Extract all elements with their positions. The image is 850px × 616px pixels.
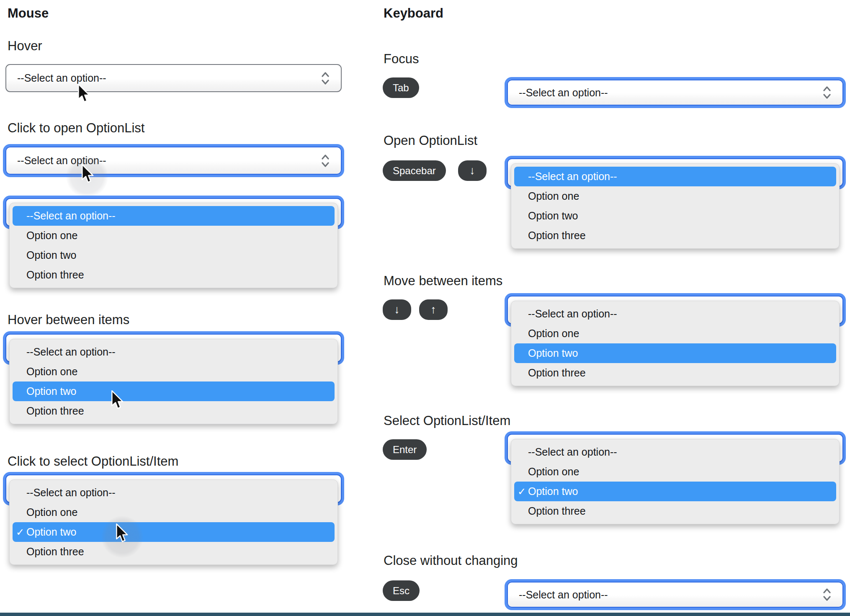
- option-item[interactable]: --Select an option--: [511, 442, 839, 462]
- select-stepper-icon: [822, 587, 832, 602]
- mouse-heading: Mouse: [8, 6, 49, 21]
- mouse-cursor-icon: [110, 390, 124, 410]
- option-item[interactable]: Option three: [511, 363, 839, 383]
- option-item[interactable]: Option one: [511, 186, 839, 206]
- option-item[interactable]: Option three: [10, 265, 337, 285]
- option-item[interactable]: Option two: [514, 343, 836, 363]
- option-item[interactable]: ✓ Option two: [514, 482, 836, 501]
- option-item[interactable]: --Select an option--: [13, 206, 335, 226]
- option-item[interactable]: Option two: [511, 206, 839, 226]
- key-badge-arrow-up: ↑: [419, 299, 448, 320]
- option-item[interactable]: --Select an option--: [511, 304, 839, 324]
- mouse-cursor-icon: [115, 523, 129, 543]
- select-stepper-icon: [321, 71, 330, 86]
- option-list: --Select an option-- Option one ✓ Option…: [511, 439, 840, 524]
- option-item[interactable]: Option one: [10, 226, 337, 245]
- section-title-hover: Hover: [8, 39, 42, 54]
- section-title-close: Close without changing: [384, 553, 518, 568]
- select-value: --Select an option--: [17, 155, 321, 167]
- mouse-cursor-icon: [80, 164, 95, 183]
- key-badge-tab: Tab: [383, 77, 419, 98]
- option-item[interactable]: Option two: [13, 381, 335, 401]
- key-badge-arrow-down: ↓: [383, 299, 411, 320]
- bottom-section-divider: [0, 613, 850, 616]
- key-badge-arrow-down: ↓: [458, 160, 487, 181]
- keyboard-heading: Keyboard: [384, 6, 443, 21]
- select-value: --Select an option--: [519, 589, 822, 601]
- key-badge-enter: Enter: [383, 439, 427, 460]
- select-focus[interactable]: --Select an option--: [507, 80, 843, 106]
- option-item[interactable]: Option three: [511, 226, 839, 245]
- option-list: --Select an option-- Option one Option t…: [511, 163, 840, 249]
- select-value: --Select an option--: [17, 72, 321, 84]
- check-icon: ✓: [16, 526, 24, 538]
- key-badge-esc: Esc: [383, 580, 420, 601]
- option-item[interactable]: Option one: [511, 462, 839, 482]
- mouse-cursor-icon: [77, 84, 91, 103]
- option-item[interactable]: --Select an option--: [10, 483, 337, 503]
- option-list: --Select an option-- Option one ✓ Option…: [9, 479, 338, 565]
- option-list: --Select an option-- Option one Option t…: [511, 301, 840, 386]
- option-item[interactable]: Option two: [10, 245, 337, 265]
- option-item[interactable]: ✓ Option two: [13, 522, 335, 542]
- section-title-hover-items: Hover between items: [8, 312, 129, 327]
- section-title-select: Select OptionList/Item: [384, 413, 510, 428]
- option-item[interactable]: Option one: [10, 362, 337, 381]
- select-stepper-icon: [822, 85, 832, 100]
- section-title-open: Open OptionList: [384, 133, 477, 148]
- option-list: --Select an option-- Option one Option t…: [9, 203, 338, 288]
- section-title-move: Move between items: [384, 273, 502, 289]
- option-item[interactable]: Option one: [10, 503, 337, 522]
- select-click-open[interactable]: --Select an option--: [5, 147, 342, 175]
- option-item[interactable]: --Select an option--: [10, 342, 337, 362]
- option-list: --Select an option-- Option one Option t…: [9, 339, 338, 424]
- key-badge-spacebar: Spacebar: [383, 160, 446, 181]
- check-icon: ✓: [518, 486, 526, 497]
- select-stepper-icon: [321, 153, 330, 168]
- option-item[interactable]: Option three: [511, 501, 839, 521]
- select-value: --Select an option--: [519, 87, 822, 99]
- select-hover[interactable]: --Select an option--: [5, 64, 342, 92]
- section-title-focus: Focus: [384, 52, 419, 67]
- option-item[interactable]: Option three: [10, 542, 337, 562]
- section-title-click-open: Click to open OptionList: [8, 121, 144, 136]
- select-close[interactable]: --Select an option--: [507, 582, 843, 608]
- option-item[interactable]: Option one: [511, 324, 839, 343]
- option-item[interactable]: Option three: [10, 401, 337, 421]
- option-item[interactable]: --Select an option--: [514, 167, 836, 186]
- section-title-click-select: Click to select OptionList/Item: [8, 454, 178, 469]
